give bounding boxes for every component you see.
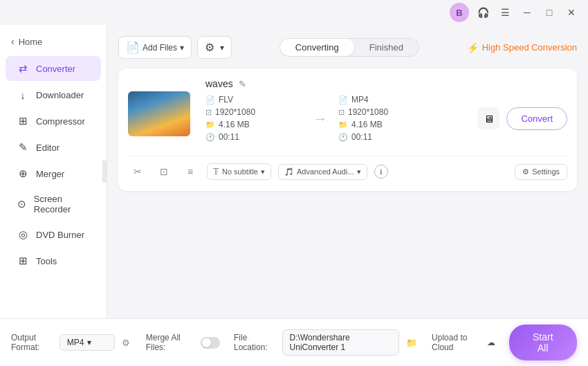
close-btn[interactable]: ✕ xyxy=(563,4,580,21)
subtitle-dropdown-icon: ▾ xyxy=(261,167,265,176)
tab-finished[interactable]: Finished xyxy=(354,39,419,56)
file-card: waves ✎ 📄 FLV ⊡ 1920*1080 xyxy=(118,68,577,191)
file-dest: 📄 MP4 ⊡ 1920*1080 📁 4.16 MB xyxy=(338,95,435,142)
folder-browse-icon[interactable]: 📁 xyxy=(405,335,418,350)
sidebar-back-label: Home xyxy=(19,37,43,47)
merge-files-label: Merge All Files: xyxy=(146,333,195,352)
downloader-icon: ↓ xyxy=(17,89,29,101)
tools-icon: ⊞ xyxy=(17,255,29,267)
output-format-select[interactable]: MP4 ▾ xyxy=(59,334,115,351)
merge-toggle[interactable] xyxy=(201,337,220,349)
sidebar-item-downloader[interactable]: ↓ Downloader xyxy=(6,82,101,107)
convert-button[interactable]: Convert xyxy=(506,107,567,130)
dest-clock-icon: 🕐 xyxy=(338,133,348,142)
dest-size-row: 📁 4.16 MB xyxy=(338,120,435,129)
headphone-btn[interactable]: 🎧 xyxy=(475,4,491,21)
source-size-icon: 📁 xyxy=(205,120,215,129)
sidebar-back[interactable]: ‹ Home xyxy=(0,30,107,53)
dest-resolution: 1920*1080 xyxy=(348,107,388,117)
start-all-button[interactable]: Start All xyxy=(509,324,577,360)
dest-duration-row: 🕐 00:11 xyxy=(338,132,435,142)
back-arrow-icon: ‹ xyxy=(11,36,15,47)
convert-arrow: → xyxy=(302,111,338,127)
crop-btn[interactable]: ⊡ xyxy=(154,162,174,181)
sidebar-item-editor[interactable]: ✎ Editor xyxy=(6,135,101,160)
editor-icon: ✎ xyxy=(17,141,29,154)
settings-label: Settings xyxy=(532,167,560,176)
add-files-button[interactable]: 📄 Add Files ▾ xyxy=(118,36,192,59)
audio-select[interactable]: 🎵 Advanced Audi... ▾ xyxy=(278,164,367,180)
output-format-field: Output Format: MP4 ▾ ⚙ xyxy=(11,333,132,352)
file-header: waves ✎ 📄 FLV ⊡ 1920*1080 xyxy=(128,78,567,149)
audio-label: Advanced Audi... xyxy=(297,167,354,176)
speed-label: High Speed Conversion xyxy=(482,42,577,53)
device-icon-btn[interactable]: 🖥 xyxy=(477,107,499,129)
sidebar-item-dvd-burner[interactable]: ◎ DVD Burner xyxy=(6,222,101,247)
output-settings-icon[interactable]: ⚙ xyxy=(120,335,132,350)
dest-resolution-row: ⊡ 1920*1080 xyxy=(338,107,435,117)
file-source: 📄 FLV ⊡ 1920*1080 📁 4.16 MB xyxy=(205,95,302,142)
title-bar: B 🎧 ☰ ─ □ ✕ xyxy=(0,0,588,25)
sidebar: ‹ Home ⇄ Converter ↓ Downloader ⊞ Compre… xyxy=(0,25,107,318)
convert-btn-area: 🖥 Convert xyxy=(477,107,567,130)
convert-dropdown-icon: ▾ xyxy=(220,43,224,53)
add-file-icon: 📄 xyxy=(126,41,140,54)
file-location-field: File Location: D:\Wondershare UniConvert… xyxy=(234,329,418,356)
output-format-value: MP4 xyxy=(67,338,84,347)
file-info-row: 📄 FLV ⊡ 1920*1080 📁 4.16 MB xyxy=(205,95,567,142)
output-format-dropdown-icon: ▾ xyxy=(87,338,91,347)
effects-btn[interactable]: ≡ xyxy=(181,162,200,181)
screen-recorder-icon: ⊙ xyxy=(17,198,27,210)
source-size-row: 📁 4.16 MB xyxy=(205,120,302,129)
maximize-btn[interactable]: □ xyxy=(541,4,558,21)
sidebar-item-compressor[interactable]: ⊞ Compressor xyxy=(6,109,101,134)
settings-button[interactable]: ⚙ Settings xyxy=(515,164,567,180)
settings-gear-icon: ⚙ xyxy=(522,167,529,176)
file-name: waves xyxy=(205,78,233,89)
info-button[interactable]: ℹ xyxy=(374,165,388,179)
arrow-right-icon: → xyxy=(313,111,327,127)
toolbar-left: 📄 Add Files ▾ ⚙ ▾ xyxy=(118,36,232,59)
bottom-bar: Output Format: MP4 ▾ ⚙ Merge All Files: … xyxy=(0,318,588,366)
dest-file-icon: 📄 xyxy=(338,95,348,104)
sidebar-item-label: Downloader xyxy=(36,90,84,100)
cut-btn[interactable]: ✂ xyxy=(128,162,147,181)
upload-cloud-icon: ☁ xyxy=(487,338,495,347)
sidebar-item-label: Tools xyxy=(36,256,57,266)
source-size: 4.16 MB xyxy=(219,120,250,129)
source-duration-row: 🕐 00:11 xyxy=(205,132,302,142)
merger-icon: ⊕ xyxy=(17,167,29,180)
tab-switch: Converting Finished xyxy=(279,38,419,57)
subtitle-select[interactable]: 𝕋 No subtitle ▾ xyxy=(207,163,271,180)
minimize-btn[interactable]: ─ xyxy=(519,4,535,21)
output-format-label: Output Format: xyxy=(11,333,54,352)
file-type-icon: 📄 xyxy=(205,95,215,104)
sidebar-item-screen-recorder[interactable]: ⊙ Screen Recorder xyxy=(6,187,101,221)
menu-btn[interactable]: ☰ xyxy=(497,4,513,21)
merge-files-field: Merge All Files: xyxy=(146,333,220,352)
upload-cloud-btn[interactable]: Upload to Cloud ☁ xyxy=(432,333,495,352)
sidebar-item-label: Editor xyxy=(36,143,59,153)
audio-wave-icon: 🎵 xyxy=(284,167,294,176)
dest-size-icon: 📁 xyxy=(338,120,348,129)
file-edit-icon[interactable]: ✎ xyxy=(239,79,246,89)
dest-size: 4.16 MB xyxy=(351,120,383,129)
tab-converting[interactable]: Converting xyxy=(280,39,354,56)
source-clock-icon: 🕐 xyxy=(205,133,215,142)
add-files-label: Add Files xyxy=(143,43,177,53)
file-location-input[interactable]: D:\Wondershare UniConverter 1 xyxy=(282,329,400,356)
sidebar-item-tools[interactable]: ⊞ Tools xyxy=(6,248,101,273)
file-location-value: D:\Wondershare UniConverter 1 xyxy=(290,333,392,352)
convert-all-icon: ⚙ xyxy=(205,41,214,54)
source-format: FLV xyxy=(219,95,233,104)
sidebar-item-merger[interactable]: ⊕ Merger xyxy=(6,161,101,186)
source-resolution: 1920*1080 xyxy=(215,107,255,117)
sidebar-item-converter[interactable]: ⇄ Converter xyxy=(6,56,101,81)
dest-duration: 00:11 xyxy=(351,132,372,142)
convert-all-settings-button[interactable]: ⚙ ▾ xyxy=(197,36,232,59)
file-bottom-controls: ✂ ⊡ ≡ 𝕋 No subtitle ▾ 🎵 Advanced Audi...… xyxy=(128,156,567,181)
add-files-dropdown-icon: ▾ xyxy=(180,43,184,53)
speed-badge: ⚡ High Speed Conversion xyxy=(467,42,577,53)
subtitle-label: No subtitle xyxy=(222,167,258,176)
dvd-burner-icon: ◎ xyxy=(17,228,29,241)
